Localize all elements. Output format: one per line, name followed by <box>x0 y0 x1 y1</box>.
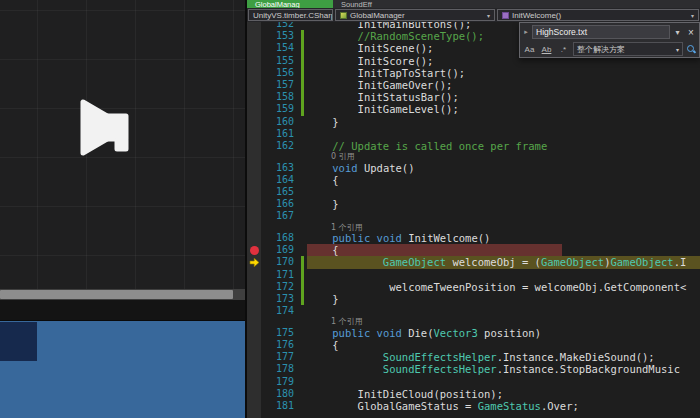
code-line[interactable]: 179 <box>247 376 700 388</box>
regex-toggle[interactable]: .* <box>556 44 571 55</box>
breakpoint-margin[interactable] <box>247 42 261 54</box>
code-text[interactable] <box>307 305 700 317</box>
find-input[interactable] <box>532 25 670 39</box>
whole-word-toggle[interactable]: Ab <box>539 44 554 55</box>
breakpoint-margin[interactable] <box>247 339 261 351</box>
breakpoint-margin[interactable] <box>247 305 261 317</box>
audio-speaker-gizmo-icon[interactable] <box>74 96 136 160</box>
code-text[interactable]: // Update is called once per frame <box>307 140 700 152</box>
code-text[interactable]: InitDieCloud(position); <box>307 388 700 400</box>
breakpoint-margin[interactable] <box>247 103 261 115</box>
code-text[interactable]: SoundEffectsHelper.Instance.MakeDieSound… <box>307 351 700 363</box>
code-text[interactable]: GlobalGameStatus = GameStatus.Over; <box>307 400 700 412</box>
code-text[interactable]: InitGameOver(); <box>307 79 700 91</box>
scene-horizontal-scrollbar[interactable] <box>0 289 245 300</box>
code-line[interactable]: 161 <box>247 128 700 140</box>
search-scope-dropdown[interactable]: 整个解决方案 ▾ <box>573 42 683 56</box>
code-text[interactable]: { <box>307 174 700 186</box>
code-text[interactable] <box>307 210 700 222</box>
breakpoint-margin[interactable] <box>247 388 261 400</box>
code-text[interactable]: SoundEffectsHelper.Instance.StopBackgrou… <box>307 363 700 375</box>
expand-replace-icon[interactable]: ▸ <box>522 28 530 36</box>
breakpoint-margin[interactable] <box>247 232 261 244</box>
code-text[interactable]: _welcomeTweenPosition = welcomeObj.GetCo… <box>307 281 700 293</box>
code-line[interactable]: 157 InitGameOver(); <box>247 79 700 91</box>
breakpoint-margin[interactable] <box>247 327 261 339</box>
code-line[interactable]: 178 SoundEffectsHelper.Instance.StopBack… <box>247 363 700 375</box>
scrollbar-thumb[interactable] <box>0 290 233 299</box>
breakpoint-margin[interactable] <box>247 223 261 233</box>
code-line[interactable]: 163 void Update() <box>247 162 700 174</box>
breakpoint-margin[interactable] <box>247 128 261 140</box>
code-text[interactable]: } <box>307 293 700 305</box>
code-text[interactable]: public void Die(Vector3 position) <box>307 327 700 339</box>
code-line[interactable]: 181 GlobalGameStatus = GameStatus.Over; <box>247 400 700 412</box>
breakpoint-margin[interactable] <box>247 162 261 174</box>
breakpoint-margin[interactable] <box>247 281 261 293</box>
code-line[interactable]: 164 { <box>247 174 700 186</box>
breakpoint-margin[interactable] <box>247 79 261 91</box>
code-line[interactable]: 171 <box>247 269 700 281</box>
find-history-chevron-icon[interactable]: ▾ <box>672 28 683 37</box>
code-line[interactable]: 170 GameObject welcomeObj = (GameObject)… <box>247 256 700 268</box>
breakpoint-margin[interactable] <box>247 198 261 210</box>
breakpoint-margin[interactable] <box>247 400 261 412</box>
code-text[interactable]: InitStatusBar(); <box>307 91 700 103</box>
code-line[interactable]: 159 InitGameLevel(); <box>247 103 700 115</box>
code-line[interactable]: 177 SoundEffectsHelper.Instance.MakeDieS… <box>247 351 700 363</box>
game-view[interactable] <box>0 320 245 418</box>
breakpoint-margin[interactable] <box>247 244 261 256</box>
codelens-row[interactable]: 0 引用 <box>247 152 700 162</box>
code-text[interactable] <box>307 376 700 388</box>
breakpoint-margin[interactable] <box>247 351 261 363</box>
code-text[interactable]: { <box>307 244 700 256</box>
code-line[interactable]: 172 _welcomeTweenPosition = welcomeObj.G… <box>247 281 700 293</box>
codelens-references[interactable]: 1 个引用 <box>307 317 363 327</box>
code-line[interactable]: 165 <box>247 186 700 198</box>
code-editor[interactable]: 152 InitMainButtons();153 //RandomSceneT… <box>247 22 700 418</box>
breakpoint-margin[interactable] <box>247 293 261 305</box>
breakpoint-margin[interactable] <box>247 55 261 67</box>
code-line[interactable]: 166 } <box>247 198 700 210</box>
breakpoint-margin[interactable] <box>247 174 261 186</box>
breakpoint-margin[interactable] <box>247 186 261 198</box>
code-text[interactable]: public void InitWelcome() <box>307 232 700 244</box>
match-case-toggle[interactable]: Aa <box>522 44 537 55</box>
code-area[interactable]: 152 InitMainButtons();153 //RandomSceneT… <box>247 22 700 412</box>
code-line[interactable]: 176 { <box>247 339 700 351</box>
codelens-references[interactable]: 1 个引用 <box>307 223 363 233</box>
code-text[interactable]: } <box>307 116 700 128</box>
type-dropdown[interactable]: GlobalManager ▾ <box>335 9 495 21</box>
code-text[interactable]: GameObject welcomeObj = (GameObject)Game… <box>307 256 700 268</box>
code-text[interactable] <box>307 269 700 281</box>
codelens-row[interactable]: 1 个引用 <box>247 317 700 327</box>
search-button[interactable] <box>685 43 697 55</box>
breakpoint-margin[interactable] <box>247 363 261 375</box>
breakpoint-margin[interactable] <box>247 256 261 268</box>
breakpoint-margin[interactable] <box>247 67 261 79</box>
breakpoint-margin[interactable] <box>247 152 261 162</box>
code-line[interactable]: 173 } <box>247 293 700 305</box>
code-text[interactable]: } <box>307 198 700 210</box>
breakpoint-margin[interactable] <box>247 140 261 152</box>
code-text[interactable]: InitGameLevel(); <box>307 103 700 115</box>
breakpoint-margin[interactable] <box>247 210 261 222</box>
code-line[interactable]: 175 public void Die(Vector3 position) <box>247 327 700 339</box>
breakpoint-margin[interactable] <box>247 22 261 30</box>
code-line[interactable]: 168 public void InitWelcome() <box>247 232 700 244</box>
code-line[interactable]: 160 } <box>247 116 700 128</box>
tab-soundeffectshelper[interactable]: SoundEff <box>333 0 407 8</box>
tab-globalmanager[interactable]: GlobalManag <box>247 0 333 8</box>
code-line[interactable]: 162 // Update is called once per frame <box>247 140 700 152</box>
breakpoint-icon[interactable] <box>250 246 259 255</box>
codelens-references[interactable]: 0 引用 <box>307 152 355 162</box>
code-line[interactable]: 180 InitDieCloud(position); <box>247 388 700 400</box>
breakpoint-margin[interactable] <box>247 116 261 128</box>
breakpoint-margin[interactable] <box>247 30 261 42</box>
code-line[interactable]: 174 <box>247 305 700 317</box>
code-line[interactable]: 156 InitTapToStart(); <box>247 67 700 79</box>
breakpoint-margin[interactable] <box>247 91 261 103</box>
code-text[interactable] <box>307 186 700 198</box>
unity-scene-view[interactable] <box>0 0 245 289</box>
code-line[interactable]: 169 { <box>247 244 700 256</box>
